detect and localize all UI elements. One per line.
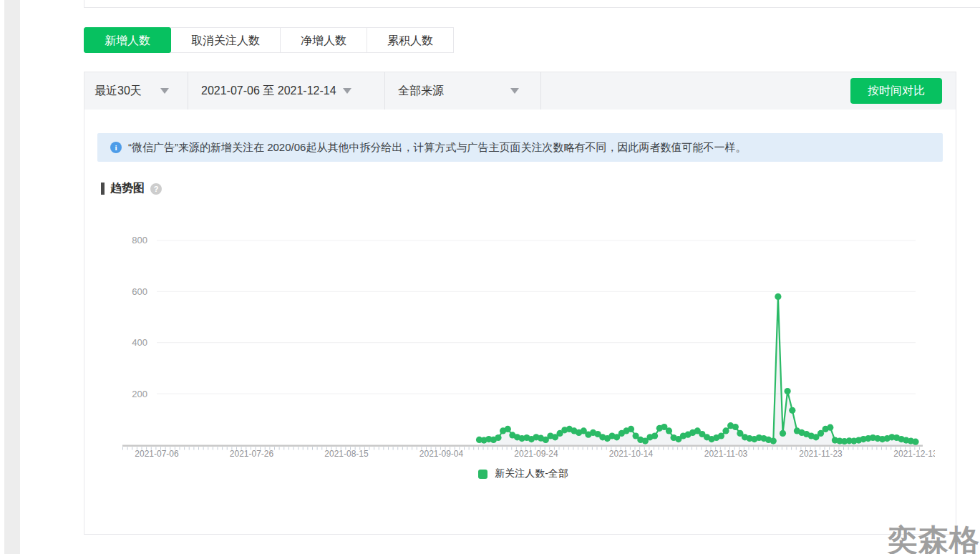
- chevron-down-icon: [160, 88, 169, 94]
- svg-text:2021-11-23: 2021-11-23: [799, 449, 843, 459]
- svg-text:2021-08-15: 2021-08-15: [324, 449, 369, 459]
- svg-text:2021-12-13: 2021-12-13: [893, 449, 935, 459]
- tab-cumulative[interactable]: 累积人数: [367, 27, 454, 53]
- date-preset-label: 最近30天: [94, 84, 142, 99]
- notice-banner: i “微信广告”来源的新增关注在 2020/06起从其他中拆分给出，计算方式与广…: [97, 133, 943, 162]
- trend-chart[interactable]: 2004006008002021-07-062021-07-262021-08-…: [84, 72, 935, 473]
- left-sidebar-strip: [4, 0, 20, 554]
- metric-tabs: 新增人数取消关注人数净增人数累积人数: [84, 27, 454, 53]
- info-icon: i: [110, 142, 122, 153]
- tab-unfollowers[interactable]: 取消关注人数: [170, 27, 281, 53]
- svg-text:2021-09-24: 2021-09-24: [514, 449, 558, 459]
- svg-text:800: 800: [132, 235, 147, 246]
- legend-label: 新关注人数-全部: [495, 467, 568, 480]
- svg-text:200: 200: [132, 389, 147, 399]
- compare-by-time-button[interactable]: 按时间对比: [850, 78, 942, 104]
- svg-text:2021-07-06: 2021-07-06: [135, 449, 179, 459]
- date-range-label: 2021-07-06 至 2021-12-14: [201, 84, 336, 99]
- chevron-down-icon: [343, 88, 351, 94]
- filter-bar: 最近30天 2021-07-06 至 2021-12-14 全部来源 按时间对比: [84, 72, 956, 110]
- help-icon[interactable]: ?: [150, 183, 162, 195]
- analytics-panel: 最近30天 2021-07-06 至 2021-12-14 全部来源 按时间对比…: [84, 72, 956, 535]
- section-title: 趋势图: [110, 181, 145, 196]
- svg-text:2021-07-26: 2021-07-26: [230, 449, 274, 459]
- date-range-dropdown[interactable]: 2021-07-06 至 2021-12-14: [188, 72, 385, 110]
- title-marker: [101, 183, 105, 195]
- legend-swatch-icon: [478, 470, 487, 479]
- source-label: 全部来源: [398, 84, 444, 99]
- svg-text:2021-11-03: 2021-11-03: [704, 449, 748, 459]
- notice-text: “微信广告”来源的新增关注在 2020/06起从其他中拆分给出，计算方式与广告主…: [128, 141, 746, 155]
- svg-text:400: 400: [132, 337, 147, 348]
- date-preset-dropdown[interactable]: 最近30天: [84, 72, 188, 110]
- watermark: 奕森格: [888, 525, 980, 554]
- chart-legend[interactable]: 新关注人数-全部: [84, 467, 935, 480]
- chevron-down-icon: [510, 88, 519, 94]
- section-header: 趋势图 ?: [101, 181, 162, 196]
- tab-new-followers[interactable]: 新增人数: [84, 27, 171, 53]
- tab-net-growth[interactable]: 净增人数: [280, 27, 367, 53]
- previous-panel-edge: [84, 0, 980, 8]
- svg-text:2021-10-14: 2021-10-14: [609, 449, 654, 459]
- svg-text:600: 600: [132, 286, 147, 297]
- source-dropdown[interactable]: 全部来源: [385, 72, 541, 110]
- analytics-page: 新增人数取消关注人数净增人数累积人数 最近30天 2021-07-06 至 20…: [0, 0, 980, 554]
- svg-text:2021-09-04: 2021-09-04: [419, 449, 464, 459]
